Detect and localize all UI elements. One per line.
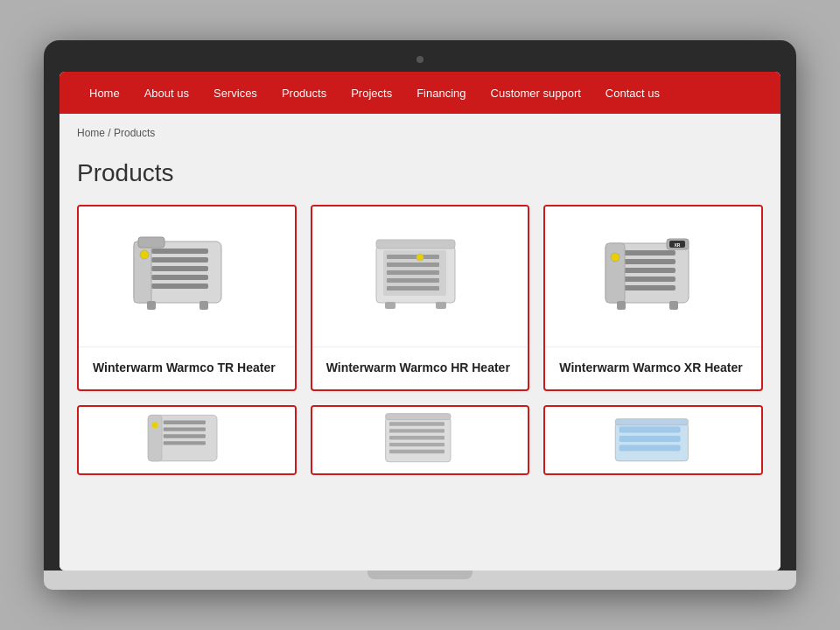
product-info-tr: Winterwarm Warmco TR Heater xyxy=(79,346,295,389)
product-grid: Winterwarm Warmco TR Heater xyxy=(77,205,763,475)
nav-home[interactable]: Home xyxy=(77,72,132,114)
svg-rect-34 xyxy=(669,301,678,310)
nav-about[interactable]: About us xyxy=(132,72,201,114)
product-card-xr[interactable]: XR Winterwarm Warmco XR Heater xyxy=(543,205,763,391)
svg-point-41 xyxy=(152,422,158,428)
svg-rect-50 xyxy=(619,426,680,432)
svg-rect-18 xyxy=(376,240,455,248)
product-info-hr: Winterwarm Warmco HR Heater xyxy=(312,346,528,389)
svg-rect-20 xyxy=(385,302,396,309)
page-content: Products xyxy=(60,150,780,570)
svg-rect-43 xyxy=(389,422,444,425)
laptop-base xyxy=(44,570,796,590)
nav-financing[interactable]: Financing xyxy=(404,72,478,114)
svg-rect-33 xyxy=(617,301,626,310)
svg-rect-24 xyxy=(623,259,676,264)
product-card-tr[interactable]: Winterwarm Warmco TR Heater xyxy=(77,205,297,391)
breadcrumb: Home / Products xyxy=(60,114,780,150)
product-name-xr: Winterwarm Warmco XR Heater xyxy=(559,360,747,377)
product-card-p4[interactable] xyxy=(77,405,297,475)
svg-rect-4 xyxy=(151,275,208,280)
svg-rect-27 xyxy=(623,285,676,290)
svg-rect-9 xyxy=(147,301,156,310)
svg-rect-2 xyxy=(151,257,208,262)
svg-rect-47 xyxy=(389,449,444,452)
svg-rect-28 xyxy=(606,243,625,303)
product-image-hr xyxy=(312,206,528,346)
svg-rect-26 xyxy=(623,276,676,282)
svg-rect-10 xyxy=(200,301,208,310)
svg-rect-23 xyxy=(623,250,676,256)
svg-point-19 xyxy=(416,254,424,261)
svg-rect-3 xyxy=(151,266,208,271)
laptop-screen: Home About us Services Products Projects… xyxy=(60,72,780,570)
nav-services[interactable]: Services xyxy=(201,72,270,114)
svg-rect-13 xyxy=(387,255,439,259)
product-info-xr: Winterwarm Warmco XR Heater xyxy=(545,346,761,389)
svg-rect-1 xyxy=(151,248,208,254)
svg-rect-17 xyxy=(387,286,439,290)
product-name-tr: Winterwarm Warmco TR Heater xyxy=(93,360,281,377)
laptop-frame: Home About us Services Products Projects… xyxy=(44,40,796,590)
page-title: Products xyxy=(77,159,763,187)
svg-rect-44 xyxy=(389,429,444,432)
svg-rect-45 xyxy=(389,436,444,439)
product-image-p5 xyxy=(312,407,528,475)
svg-rect-7 xyxy=(138,237,164,248)
product-name-hr: Winterwarm Warmco HR Heater xyxy=(326,360,514,377)
svg-rect-51 xyxy=(619,436,680,442)
nav-products[interactable]: Products xyxy=(270,72,339,114)
nav-contact[interactable]: Contact us xyxy=(593,72,672,114)
svg-rect-14 xyxy=(387,262,439,267)
svg-text:XR: XR xyxy=(674,242,680,248)
product-image-xr: XR xyxy=(545,206,761,346)
svg-rect-46 xyxy=(389,442,444,445)
product-card-hr[interactable]: Winterwarm Warmco HR Heater xyxy=(311,205,530,391)
svg-rect-52 xyxy=(619,444,680,451)
breadcrumb-text: Home / Products xyxy=(77,127,155,139)
navbar: Home About us Services Products Projects… xyxy=(60,72,780,114)
svg-rect-37 xyxy=(164,427,206,430)
svg-point-32 xyxy=(611,253,620,262)
product-image-tr xyxy=(79,206,295,346)
product-image-p4 xyxy=(79,407,295,475)
svg-rect-5 xyxy=(151,284,208,289)
product-card-p5[interactable] xyxy=(311,405,530,475)
svg-rect-39 xyxy=(164,441,206,444)
svg-rect-21 xyxy=(436,302,446,309)
svg-point-8 xyxy=(140,250,149,259)
svg-rect-53 xyxy=(615,418,688,424)
nav-projects[interactable]: Projects xyxy=(339,72,404,114)
nav-support[interactable]: Customer support xyxy=(479,72,593,114)
svg-rect-15 xyxy=(387,270,439,275)
product-card-p6[interactable] xyxy=(543,405,763,475)
product-image-p6 xyxy=(545,407,761,475)
svg-rect-16 xyxy=(387,278,439,283)
svg-rect-25 xyxy=(623,268,676,273)
svg-rect-48 xyxy=(386,413,451,419)
svg-rect-36 xyxy=(164,420,206,424)
svg-rect-38 xyxy=(164,434,206,438)
laptop-camera xyxy=(416,56,424,63)
